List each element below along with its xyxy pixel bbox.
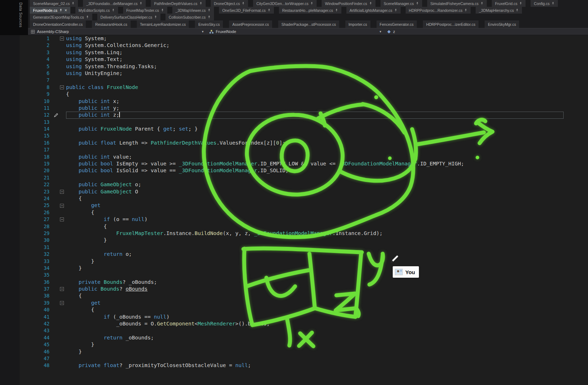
editor-tab[interactable]: HDRPPostproc...Randomizer.cs: [406, 7, 471, 14]
pin-icon[interactable]: [86, 15, 89, 19]
line-number[interactable]: 29: [28, 230, 54, 237]
line-number[interactable]: 7: [28, 77, 54, 84]
editor-tab[interactable]: HDRPPostproc...izerEditor.cs: [423, 20, 479, 28]
code-line[interactable]: 11 public int y;: [28, 105, 588, 112]
line-number[interactable]: 22: [28, 181, 54, 188]
code-line[interactable]: 33 }: [28, 258, 588, 265]
editor-tab[interactable]: SceneManager.cs: [381, 0, 422, 7]
code-line[interactable]: 40 {: [28, 306, 588, 313]
editor-tab[interactable]: FruxelGrid.cs: [492, 0, 526, 7]
code-line[interactable]: 37− public Bounds? oBounds: [28, 286, 588, 292]
code-line[interactable]: 46 }: [28, 348, 588, 355]
editor-tab[interactable]: _3DMapHierarchy.cs: [476, 7, 522, 14]
code-line[interactable]: 19 public bool IsEmpty => value >= _3DFo…: [28, 160, 588, 167]
code-line[interactable]: 8−public class FruxelNode: [28, 84, 588, 91]
code-line[interactable]: 2using System.Collections.Generic;: [28, 42, 588, 49]
editor-tab[interactable]: FruxelNode.cs×: [30, 7, 70, 14]
code-line[interactable]: 13: [28, 119, 588, 126]
line-number[interactable]: 5: [28, 63, 54, 70]
code-line[interactable]: 12 public int z;: [28, 112, 588, 118]
code-line[interactable]: 22 public GameObject o;: [28, 181, 588, 188]
data-sources-vertical-tab[interactable]: Data Sources: [19, 3, 23, 28]
line-number[interactable]: 25: [28, 202, 54, 209]
code-line[interactable]: 25− get: [28, 202, 588, 209]
pin-icon[interactable]: [59, 9, 62, 12]
pin-icon[interactable]: [394, 9, 397, 12]
pin-icon[interactable]: [335, 9, 338, 12]
line-number[interactable]: 24: [28, 195, 54, 202]
close-icon[interactable]: ×: [65, 9, 67, 12]
pin-icon[interactable]: [154, 15, 157, 19]
code-line[interactable]: 35: [28, 272, 588, 278]
pin-icon[interactable]: [515, 9, 519, 12]
code-line[interactable]: 23− public GameObject O: [28, 188, 588, 195]
pin-icon[interactable]: [551, 2, 555, 5]
pin-icon[interactable]: [267, 9, 271, 12]
line-number[interactable]: 33: [28, 258, 54, 265]
line-number[interactable]: 40: [28, 306, 54, 313]
collapse-box-icon[interactable]: −: [60, 287, 64, 291]
line-number[interactable]: 36: [28, 279, 54, 286]
code-line[interactable]: 26 {: [28, 209, 588, 216]
editor-tab[interactable]: Importer.cs: [345, 20, 370, 28]
code-line[interactable]: 30 }: [28, 237, 588, 244]
collapse-box-icon[interactable]: −: [60, 217, 64, 221]
pin-icon[interactable]: [416, 2, 419, 5]
collapse-box-icon[interactable]: −: [60, 190, 64, 194]
member-dropdown[interactable]: z: [384, 28, 588, 35]
project-dropdown[interactable]: Assembly-CSharp ▾: [28, 28, 206, 35]
line-number[interactable]: 30: [28, 237, 54, 244]
pin-icon[interactable]: [71, 2, 75, 5]
line-number[interactable]: 3: [28, 49, 54, 56]
editor-tab[interactable]: WindowPositionFinder.cs: [322, 0, 375, 7]
line-number[interactable]: 18: [28, 154, 54, 160]
line-number[interactable]: 26: [28, 209, 54, 216]
editor-tab[interactable]: DroneObject.cs: [211, 0, 248, 7]
pin-icon[interactable]: [199, 2, 202, 5]
line-number[interactable]: 11: [28, 105, 54, 112]
line-number[interactable]: 13: [28, 119, 54, 126]
code-line[interactable]: 3using System.Linq;: [28, 49, 588, 56]
code-line[interactable]: 31: [28, 244, 588, 251]
line-number[interactable]: 27: [28, 216, 54, 223]
editor-tab[interactable]: RestaurantHook.cs: [92, 20, 130, 28]
line-number[interactable]: 14: [28, 126, 54, 132]
pin-icon[interactable]: [161, 9, 164, 12]
line-number[interactable]: 34: [28, 265, 54, 272]
editor-tab[interactable]: FruxelMapTester.cs: [123, 7, 167, 14]
code-line[interactable]: 1−using System;: [28, 35, 588, 42]
pin-icon[interactable]: [112, 9, 115, 12]
line-number[interactable]: 32: [28, 251, 54, 258]
editor-tab[interactable]: ShaderPackage...stProcessor.cs: [278, 20, 339, 28]
code-line[interactable]: 47: [28, 355, 588, 362]
line-number[interactable]: 41: [28, 314, 54, 320]
editor-tab[interactable]: _3DFoundatio...delManager.cs: [83, 0, 146, 7]
editor-tab[interactable]: MyEditorScripts.cs: [75, 7, 118, 14]
editor-tab[interactable]: FencesGenerator.cs: [377, 20, 417, 28]
line-number[interactable]: 37: [28, 286, 54, 292]
line-number[interactable]: 31: [28, 244, 54, 251]
editor-tab[interactable]: DeliverySurfaceClassHelper.cs: [97, 14, 160, 20]
line-number[interactable]: 4: [28, 56, 54, 63]
line-number[interactable]: 48: [28, 362, 54, 368]
line-number[interactable]: 42: [28, 320, 54, 327]
editor-tab[interactable]: CollisionSubscriber.cs: [165, 14, 214, 20]
code-editor[interactable]: 1−using System;2using System.Collections…: [0, 35, 588, 368]
pin-icon[interactable]: [242, 2, 245, 5]
code-line[interactable]: 6using UnityEngine;: [28, 70, 588, 77]
pin-icon[interactable]: [310, 2, 313, 5]
editor-tab[interactable]: PathfinderDepthValues.cs: [151, 0, 206, 7]
editor-tab[interactable]: OneSec3D_FileFormat.cs: [219, 7, 274, 14]
line-number[interactable]: 1: [28, 35, 54, 42]
code-line[interactable]: 45 }: [28, 341, 588, 348]
code-line[interactable]: 42 _oBounds = O.GetComponent<MeshRendere…: [28, 320, 588, 327]
editor-tab[interactable]: SceneManager_02.cs: [30, 0, 78, 7]
line-number[interactable]: 44: [28, 334, 54, 341]
editor-tab[interactable]: Config.cs: [531, 0, 558, 7]
collapse-box-icon[interactable]: −: [60, 85, 64, 89]
line-number[interactable]: 35: [28, 272, 54, 278]
line-number[interactable]: 19: [28, 160, 54, 167]
line-number[interactable]: 28: [28, 223, 54, 230]
line-number[interactable]: 43: [28, 327, 54, 334]
code-line[interactable]: 34 }: [28, 265, 588, 272]
